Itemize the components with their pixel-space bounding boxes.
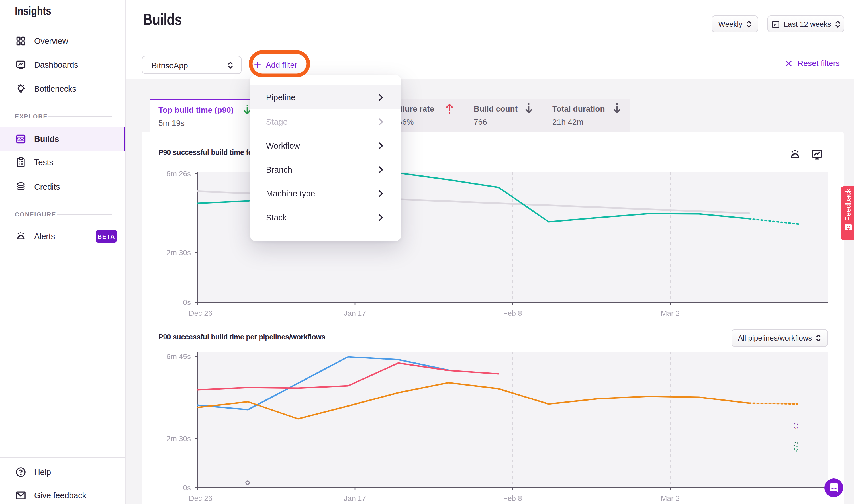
- svg-text:Jan 17: Jan 17: [344, 494, 366, 502]
- svg-text:2m 30s: 2m 30s: [167, 434, 191, 443]
- svg-text:2m 30s: 2m 30s: [167, 248, 191, 256]
- svg-text:Jan 17: Jan 17: [344, 309, 366, 317]
- svg-text:Dec 26: Dec 26: [189, 494, 212, 502]
- svg-text:Dec 26: Dec 26: [189, 309, 212, 317]
- svg-text:6m 45s: 6m 45s: [167, 352, 191, 360]
- svg-text:0s: 0s: [183, 483, 191, 492]
- svg-text:6m 26s: 6m 26s: [167, 169, 191, 178]
- svg-text:Mar 2: Mar 2: [661, 494, 680, 502]
- svg-text:Feb 8: Feb 8: [503, 309, 522, 317]
- svg-text:Feb 8: Feb 8: [503, 494, 522, 502]
- svg-text:0s: 0s: [183, 298, 191, 306]
- svg-text:Mar 2: Mar 2: [661, 309, 680, 317]
